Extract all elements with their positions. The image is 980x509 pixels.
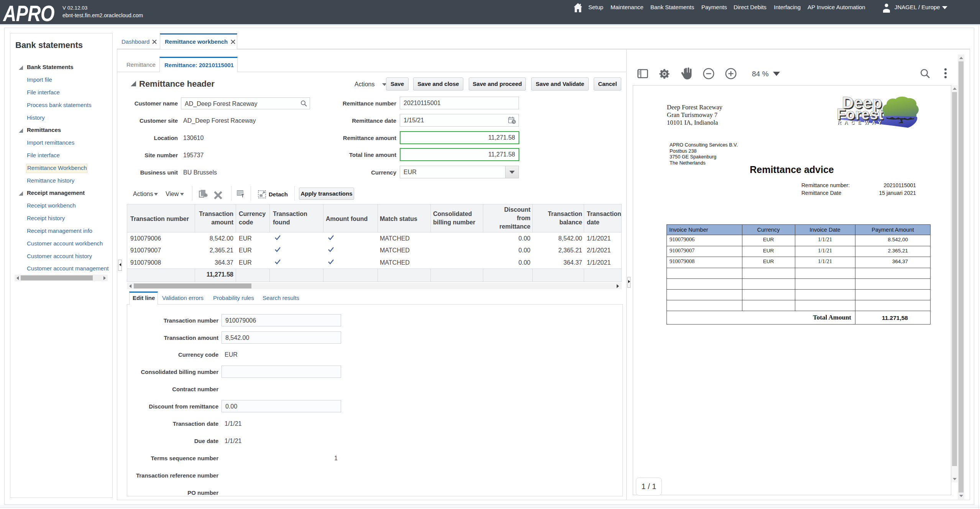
svg-text:RACEWAY: RACEWAY [837, 120, 885, 125]
svg-text:APRO: APRO [2, 2, 54, 23]
